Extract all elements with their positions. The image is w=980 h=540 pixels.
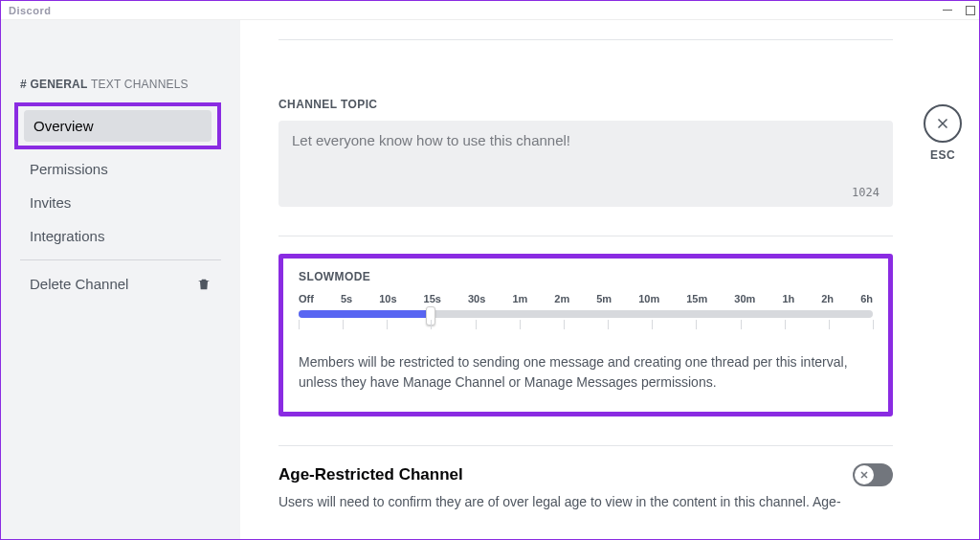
slowmode-slider[interactable] <box>299 310 873 318</box>
slowmode-tick-label: 10s <box>379 293 396 304</box>
age-restricted-description: Users will need to confirm they are of o… <box>278 494 893 509</box>
slowmode-tick-labels: Off5s10s15s30s1m2m5m10m15m30m1h2h6h <box>299 293 873 304</box>
slowmode-tick-label: 10m <box>638 293 659 304</box>
maximize-button[interactable] <box>966 6 975 15</box>
sidebar-item-invites[interactable]: Invites <box>20 187 221 218</box>
slowmode-tick-label: 5s <box>341 293 352 304</box>
slowmode-description: Members will be restricted to sending on… <box>299 352 873 393</box>
app-name: Discord <box>9 5 51 16</box>
section-divider <box>278 445 893 446</box>
trash-icon <box>196 277 212 292</box>
char-count: 1024 <box>852 186 880 199</box>
slider-ticks <box>299 320 873 333</box>
slowmode-tick-label: 6h <box>860 293 873 304</box>
app-window: Discord # GENERAL TEXT CHANNELS Overview… <box>0 0 980 540</box>
sidebar-divider <box>20 259 221 260</box>
age-restricted-title: Age-Restricted Channel <box>278 465 463 484</box>
highlight-overview: Overview <box>14 102 221 149</box>
close-icon <box>934 115 951 132</box>
slider-fill <box>299 310 431 318</box>
channel-topic-label: CHANNEL TOPIC <box>278 98 893 111</box>
close-button[interactable] <box>924 104 962 143</box>
slowmode-tick-label: 5m <box>596 293 612 304</box>
sidebar-heading: # GENERAL TEXT CHANNELS <box>20 78 221 91</box>
slowmode-tick-label: 30m <box>734 293 755 304</box>
sidebar-item-overview[interactable]: Overview <box>24 110 212 142</box>
sidebar-item-permissions[interactable]: Permissions <box>20 153 221 185</box>
titlebar: Discord <box>1 1 979 20</box>
channel-topic-placeholder: Let everyone know how to use this channe… <box>292 132 880 148</box>
slowmode-tick-label: Off <box>299 293 314 304</box>
slowmode-tick-label: 30s <box>468 293 485 304</box>
minimize-button[interactable] <box>943 10 952 11</box>
close-settings: ESC <box>924 104 962 162</box>
slowmode-tick-label: 2h <box>821 293 834 304</box>
x-icon <box>858 469 870 481</box>
sidebar-item-delete-channel[interactable]: Delete Channel <box>20 268 221 300</box>
settings-sidebar: # GENERAL TEXT CHANNELS Overview Permiss… <box>1 20 240 539</box>
slowmode-tick-label: 1m <box>512 293 527 304</box>
toggle-knob <box>855 465 874 484</box>
slowmode-tick-label: 15m <box>686 293 707 304</box>
slowmode-tick-label: 15s <box>424 293 441 304</box>
delete-channel-label: Delete Channel <box>30 276 128 292</box>
slowmode-label: SLOWMODE <box>299 270 873 283</box>
highlight-slowmode: SLOWMODE Off5s10s15s30s1m2m5m10m15m30m1h… <box>278 254 893 416</box>
slowmode-tick-label: 2m <box>554 293 569 304</box>
section-divider <box>278 39 893 40</box>
esc-label: ESC <box>930 148 955 162</box>
sidebar-item-integrations[interactable]: Integrations <box>20 220 221 252</box>
content-area: ESC CHANNEL TOPIC Let everyone know how … <box>240 20 979 539</box>
age-restricted-toggle[interactable] <box>853 463 893 486</box>
window-controls <box>943 6 975 15</box>
slowmode-tick-label: 1h <box>782 293 794 304</box>
channel-topic-input[interactable]: Let everyone know how to use this channe… <box>278 121 893 207</box>
section-divider <box>278 236 893 236</box>
